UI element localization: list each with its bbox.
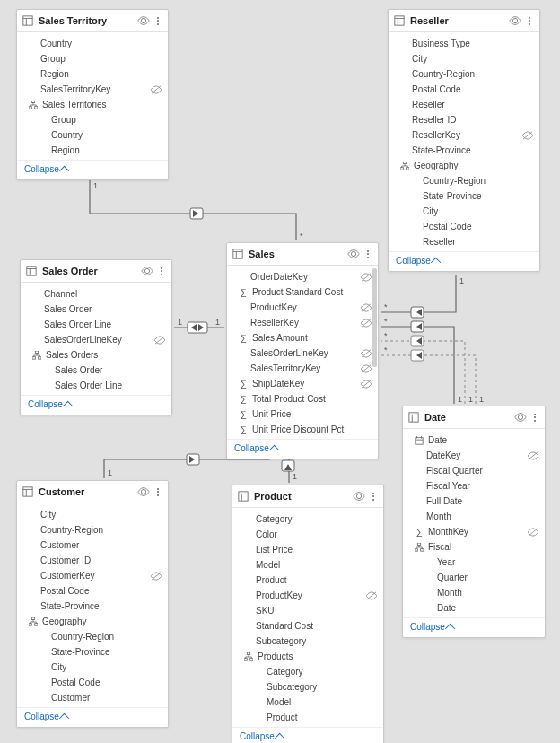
table-card-sales-order[interactable]: Sales OrderChannelSales OrderSales Order… (20, 259, 172, 415)
table-header[interactable]: Date (403, 406, 545, 429)
more-options-icon[interactable] (153, 14, 162, 27)
field-row[interactable]: List Price (232, 542, 383, 557)
field-row[interactable]: Reseller (389, 234, 539, 249)
field-row[interactable]: City (17, 507, 168, 522)
field-row[interactable]: Customer ID (17, 553, 168, 568)
field-row[interactable]: State-Province (389, 143, 539, 158)
visibility-icon[interactable] (141, 267, 153, 275)
field-row[interactable]: ∑Total Product Cost (227, 391, 378, 406)
field-row[interactable]: Geography (17, 614, 168, 629)
field-row[interactable]: Business Type (389, 36, 539, 51)
field-row[interactable]: Category (232, 511, 383, 527)
visibility-icon[interactable] (509, 16, 521, 25)
field-row[interactable]: CustomerKey (17, 568, 168, 583)
model-canvas[interactable]: 1 * 1 1 1 * 1 * 1 * 1 * 1 * 1 * Sales Te… (0, 0, 560, 743)
field-row[interactable]: Country-Region (17, 629, 168, 644)
field-row[interactable]: Date (403, 600, 545, 616)
table-header[interactable]: Sales (227, 243, 378, 266)
table-header[interactable]: Customer (17, 481, 168, 503)
field-row[interactable]: Quarter (403, 570, 545, 585)
field-row[interactable]: Model (232, 695, 383, 710)
field-row[interactable]: ResellerKey (227, 315, 378, 330)
field-row[interactable]: Category (232, 664, 383, 679)
field-row[interactable]: DateKey (403, 448, 545, 463)
field-row[interactable]: Color (232, 527, 383, 542)
field-row[interactable]: State-Province (389, 188, 539, 204)
field-row[interactable]: Subcategory (232, 634, 383, 649)
table-header[interactable]: Sales Territory (17, 10, 168, 32)
field-row[interactable]: ∑Product Standard Cost (227, 284, 378, 300)
table-card-sales-territory[interactable]: Sales TerritoryCountryGroupRegionSalesTe… (16, 9, 169, 180)
field-row[interactable]: Year (403, 555, 545, 570)
field-row[interactable]: Postal Code (389, 82, 539, 97)
field-row[interactable]: Fiscal (403, 539, 545, 555)
field-row[interactable]: ∑MonthKey (403, 524, 545, 539)
visibility-icon[interactable] (514, 413, 527, 422)
field-row[interactable]: Postal Code (17, 675, 168, 690)
field-row[interactable]: Products (232, 649, 383, 664)
field-row[interactable]: OrderDateKey (227, 269, 378, 284)
visibility-icon[interactable] (353, 492, 365, 501)
field-row[interactable]: Reseller ID (389, 112, 539, 127)
table-card-customer[interactable]: CustomerCityCountry-RegionCustomerCustom… (16, 480, 169, 728)
field-row[interactable]: Full Date (403, 494, 545, 509)
table-header[interactable]: Reseller (389, 10, 539, 32)
more-options-icon[interactable] (363, 248, 372, 260)
table-card-date[interactable]: DateDateDateKeyFiscal QuarterFiscal Year… (402, 406, 546, 638)
field-row[interactable]: Fiscal Quarter (403, 463, 545, 478)
field-row[interactable]: SalesOrderLineKey (227, 345, 378, 361)
field-row[interactable]: Date (403, 433, 545, 448)
field-row[interactable]: City (17, 660, 168, 675)
field-row[interactable]: ∑Sales Amount (227, 330, 378, 345)
field-row[interactable]: Month (403, 585, 545, 600)
field-row[interactable]: Fiscal Year (403, 478, 545, 494)
table-card-sales[interactable]: SalesOrderDateKey∑Product Standard CostP… (226, 242, 379, 459)
more-options-icon[interactable] (369, 490, 378, 503)
field-row[interactable]: SalesOrderLineKey (21, 332, 171, 347)
field-row[interactable]: Model (232, 557, 383, 573)
field-row[interactable]: ∑Unit Price (227, 406, 378, 422)
field-row[interactable]: ResellerKey (389, 127, 539, 143)
field-row[interactable]: Region (17, 143, 168, 158)
field-row[interactable]: Customer (17, 538, 168, 553)
collapse-link[interactable]: Collapse (410, 622, 445, 632)
field-row[interactable]: Country-Region (17, 522, 168, 538)
field-row[interactable]: State-Province (17, 644, 168, 660)
field-row[interactable]: Group (17, 112, 168, 127)
field-row[interactable]: Sales Orders (21, 347, 171, 363)
field-row[interactable]: ProductKey (232, 588, 383, 603)
field-row[interactable]: Product (232, 573, 383, 588)
field-row[interactable]: State-Province (17, 599, 168, 614)
field-row[interactable]: ProductKey (227, 300, 378, 315)
field-row[interactable]: Postal Code (389, 219, 539, 234)
field-row[interactable]: Sales Order Line (21, 378, 171, 393)
field-row[interactable]: Country-Region (389, 173, 539, 188)
field-row[interactable]: Reseller (389, 97, 539, 112)
field-row[interactable]: SalesTerritoryKey (17, 82, 168, 97)
visibility-icon[interactable] (137, 16, 150, 25)
field-row[interactable]: Country-Region (389, 66, 539, 82)
table-card-product[interactable]: ProductCategoryColorList PriceModelProdu… (232, 485, 384, 743)
field-row[interactable]: City (389, 51, 539, 66)
field-row[interactable]: ∑Unit Price Discount Pct (227, 422, 378, 437)
field-row[interactable]: SKU (232, 603, 383, 618)
field-row[interactable]: Subcategory (232, 679, 383, 695)
more-options-icon[interactable] (530, 411, 539, 424)
field-row[interactable]: Postal Code (17, 583, 168, 599)
collapse-link[interactable]: Collapse (396, 256, 431, 266)
more-options-icon[interactable] (525, 14, 534, 27)
scrollbar[interactable] (372, 265, 377, 437)
field-row[interactable]: Region (17, 66, 168, 82)
collapse-link[interactable]: Collapse (234, 443, 269, 453)
field-row[interactable]: Sales Order Line (21, 317, 171, 332)
table-header[interactable]: Product (232, 485, 383, 508)
field-row[interactable]: Customer (17, 690, 168, 705)
field-row[interactable]: Channel (21, 286, 171, 302)
field-row[interactable]: City (389, 204, 539, 219)
field-row[interactable]: Sales Order (21, 302, 171, 317)
collapse-link[interactable]: Collapse (28, 399, 63, 409)
field-row[interactable]: Geography (389, 158, 539, 173)
visibility-icon[interactable] (347, 249, 360, 258)
more-options-icon[interactable] (157, 265, 166, 277)
collapse-link[interactable]: Collapse (24, 164, 59, 174)
